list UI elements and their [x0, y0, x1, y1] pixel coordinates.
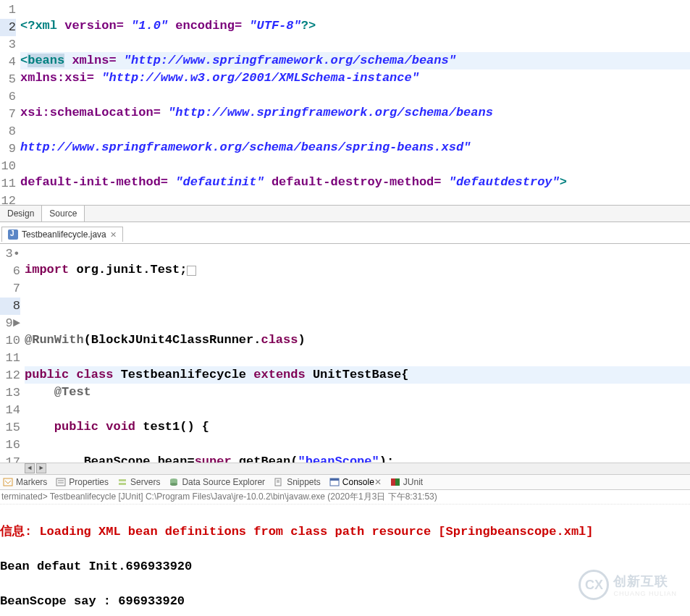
view-junit[interactable]: JUnit — [390, 477, 423, 487]
view-label: JUnit — [403, 477, 423, 487]
line-number: 11 — [0, 175, 16, 193]
kw: public — [54, 420, 98, 434]
file-tab-label: Testbeanlifecycle.java — [22, 229, 106, 240]
kw: super — [195, 455, 232, 463]
line-number: 14 — [0, 402, 20, 419]
line-number: 7 — [0, 106, 16, 123]
svg-rect-13 — [330, 478, 339, 481]
views-bar: Markers Properties Servers Data Source E… — [0, 474, 690, 490]
terminated-process-label: terminated> Testbeanlifecycle [JUnit] C:… — [0, 490, 690, 505]
view-label: Snippets — [287, 477, 321, 487]
watermark: CX 创新互联 CHUANG HULIAN — [578, 570, 677, 600]
paren: ) — [298, 333, 305, 347]
class-name: Testbeanlifecycle — [121, 368, 246, 381]
import-path: org.junit.Test; — [76, 263, 187, 277]
line-number: 4 — [0, 54, 16, 71]
horizontal-scrollbar[interactable]: ◄ ► — [0, 463, 690, 474]
str: "http://www.w3.org/2001/XMLSchema-instan… — [101, 71, 419, 85]
scroll-left-icon[interactable]: ◄ — [25, 463, 35, 473]
line-number: 5 — [0, 71, 16, 88]
line-number: 7 — [0, 280, 20, 298]
line-number: 8 — [0, 123, 16, 140]
watermark-title: 创新互联 — [613, 573, 677, 590]
str: "UTF-8" — [249, 19, 300, 33]
view-label: Console — [342, 477, 374, 487]
kw-import: import — [25, 263, 69, 277]
xml-decl: ?xml — [28, 19, 57, 33]
close-icon[interactable]: ✕ — [110, 230, 117, 240]
str: "http://www.springframework.org/schema/b… — [168, 106, 493, 119]
xml-code[interactable]: <?xml version= "1.0" encoding= "UTF-8"?>… — [20, 0, 690, 205]
junit-icon — [390, 478, 400, 486]
str: "http://www.springframework.org/schema/b… — [124, 54, 456, 67]
svg-point-8 — [170, 483, 177, 486]
tab-source[interactable]: Source — [42, 206, 85, 221]
method-sig: test1() { — [143, 420, 209, 434]
view-data-source-explorer[interactable]: Data Source Explorer — [169, 477, 265, 487]
line-number: 2 — [0, 19, 16, 36]
attr: version= — [64, 19, 124, 33]
line-number: 8 — [0, 298, 20, 315]
base-class: UnitTestBase{ — [313, 368, 409, 381]
editor-tabs: Design Source — [0, 205, 690, 222]
snippets-icon — [274, 478, 284, 486]
str: "defautinit" — [175, 175, 264, 189]
annotation: @RunWith — [25, 333, 84, 347]
svg-rect-1 — [56, 478, 65, 486]
attr: xmlns:xsi= — [20, 71, 94, 85]
view-console[interactable]: Console ✕ — [329, 477, 382, 487]
line-number: 9 — [0, 140, 16, 158]
xml-editor[interactable]: 1 2 3 4 5 6 7 8 9 10 11 12 <?xml version… — [0, 0, 690, 205]
console-icon — [329, 478, 340, 486]
attr: default-init-method= — [20, 175, 168, 189]
properties-icon — [56, 478, 66, 486]
java-file-tab[interactable]: Testbeanlifecycle.java ✕ — [1, 227, 123, 242]
line-number: 1 — [0, 1, 16, 19]
stmt: BeanScope bean= — [84, 455, 195, 463]
view-servers[interactable]: Servers — [117, 477, 160, 487]
kw-class: class — [261, 333, 298, 347]
attr: default-destroy-method= — [272, 175, 442, 189]
str: "1.0" — [131, 19, 168, 33]
line-number: 16 — [0, 436, 20, 454]
line-number: 3 — [0, 36, 16, 54]
svg-rect-14 — [391, 478, 395, 486]
call: .getBean( — [232, 455, 298, 463]
line-number: 13 — [0, 384, 20, 402]
annotation: @Test — [54, 385, 91, 399]
view-label: Servers — [130, 477, 160, 487]
attr: xsi:schemaLocation= — [20, 106, 161, 119]
kw: class — [76, 368, 113, 381]
view-label: Properties — [69, 477, 109, 487]
kw: void — [106, 420, 135, 434]
close-icon[interactable]: ✕ — [374, 477, 382, 487]
svg-rect-15 — [395, 478, 400, 486]
view-markers[interactable]: Markers — [3, 477, 47, 487]
line-number: 9► — [0, 315, 20, 332]
view-label: Markers — [16, 477, 47, 487]
kw: public — [25, 368, 69, 381]
kw: extends — [253, 368, 305, 381]
view-label: Data Source Explorer — [182, 477, 265, 487]
str: "defautdestroy" — [449, 175, 560, 189]
class-ref: BlockJUnit4ClassRunner. — [91, 333, 261, 347]
java-editor[interactable]: 3• 6 7 8 9► 10 11 12 13 14 15 16 17 impo… — [0, 244, 690, 463]
java-file-icon — [8, 229, 18, 240]
java-gutter: 3• 6 7 8 9► 10 11 12 13 14 15 16 17 — [0, 244, 25, 463]
java-code[interactable]: import org.junit.Test; @RunWith(BlockJUn… — [25, 244, 690, 463]
beans-tag: beans — [28, 54, 64, 67]
view-snippets[interactable]: Snippets — [274, 477, 321, 487]
svg-rect-0 — [4, 478, 12, 486]
watermark-logo-icon: CX — [578, 570, 609, 600]
xml-gutter: 1 2 3 4 5 6 7 8 9 10 11 12 — [0, 0, 20, 205]
servers-icon — [117, 478, 127, 486]
data-source-icon — [169, 478, 179, 486]
tag-end: ?> — [301, 19, 316, 33]
svg-rect-5 — [119, 483, 126, 485]
view-properties[interactable]: Properties — [56, 477, 109, 487]
sp — [117, 54, 124, 67]
scroll-right-icon[interactable]: ► — [36, 463, 46, 473]
tab-design[interactable]: Design — [0, 206, 42, 221]
line-number: 15 — [0, 419, 20, 436]
stmt-end: ); — [379, 455, 394, 463]
